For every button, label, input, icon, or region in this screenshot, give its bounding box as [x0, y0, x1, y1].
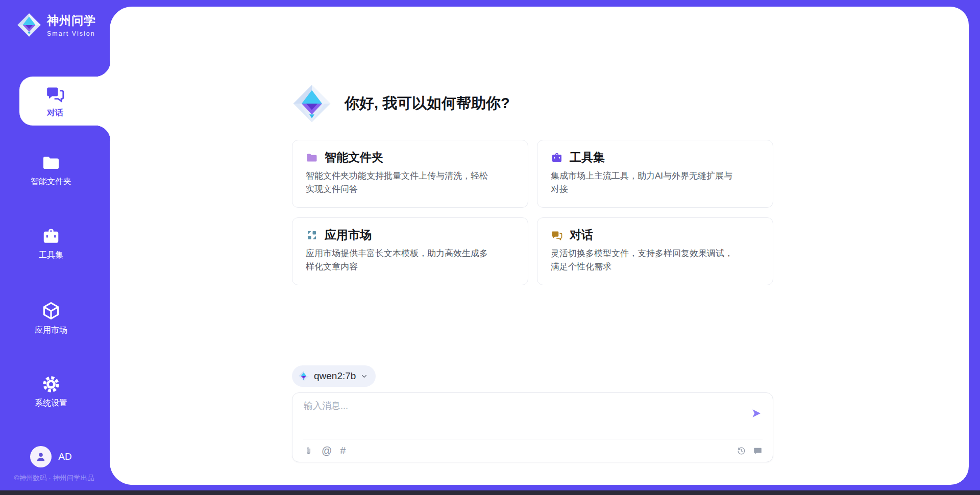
composer-toolbar: @ # — [304, 442, 763, 459]
person-icon — [34, 450, 47, 463]
send-icon[interactable] — [750, 407, 763, 419]
feature-cards: 智能文件夹 智能文件夹功能支持批量文件上传与清洗，轻松实现文件问答 工具集 集成… — [292, 140, 774, 285]
folder-icon — [306, 152, 318, 164]
bottom-bar — [0, 490, 980, 495]
brand: 神州问学 Smart Vision — [16, 12, 96, 38]
card-description: 应用市场提供丰富长文本模板，助力高效生成多样化文章内容 — [306, 247, 494, 273]
card-app-market[interactable]: 应用市场 应用市场提供丰富长文本模板，助力高效生成多样化文章内容 — [292, 217, 528, 285]
card-description: 集成市场上主流工具，助力AI与外界无缝扩展与对接 — [551, 169, 739, 195]
copyright: ©神州数码 · 神州问学出品 — [0, 474, 108, 483]
sidebar-item-settings[interactable]: 系统设置 — [0, 375, 102, 409]
attachment-icon[interactable] — [304, 446, 313, 456]
model-selector[interactable]: qwen2:7b — [292, 365, 376, 387]
sidebar-item-label: 智能文件夹 — [31, 177, 71, 187]
brand-title: 神州问学 — [47, 13, 96, 29]
sidebar-item-smart-folders[interactable]: 智能文件夹 — [0, 153, 102, 187]
model-gem-icon — [298, 370, 309, 382]
sidebar-item-chat[interactable]: 对话 — [19, 77, 110, 126]
sidebar-item-label: 对话 — [47, 108, 63, 118]
sidebar-item-app-market[interactable]: 应用市场 — [0, 301, 102, 336]
user-name: AD — [58, 451, 71, 462]
sidebar-item-label: 系统设置 — [35, 398, 67, 409]
toolbox-icon — [41, 227, 61, 246]
card-title: 对话 — [570, 227, 593, 243]
chat-icon — [45, 84, 65, 104]
model-name: qwen2:7b — [314, 370, 356, 382]
grid-icon — [306, 229, 318, 241]
toolbox-icon — [551, 152, 563, 164]
greeting: 你好, 我可以如何帮助你? — [291, 83, 510, 124]
card-description: 智能文件夹功能支持批量文件上传与清洗，轻松实现文件问答 — [306, 169, 494, 195]
avatar — [30, 446, 52, 467]
card-title: 应用市场 — [325, 227, 372, 243]
card-title: 工具集 — [570, 150, 605, 165]
main-panel: 你好, 我可以如何帮助你? 智能文件夹 智能文件夹功能支持批量文件上传与清洗，轻… — [110, 7, 969, 485]
message-input[interactable] — [304, 400, 722, 429]
brand-subtitle: Smart Vision — [47, 30, 96, 37]
card-description: 灵活切换多模型文件，支持多样回复效果调试，满足个性化需求 — [551, 247, 739, 273]
card-chat[interactable]: 对话 灵活切换多模型文件，支持多样回复效果调试，满足个性化需求 — [537, 217, 773, 285]
card-title: 智能文件夹 — [325, 150, 383, 165]
at-mention-icon[interactable]: @ — [322, 445, 332, 456]
folder-icon — [41, 153, 61, 172]
cube-icon — [41, 301, 61, 321]
card-toolset[interactable]: 工具集 集成市场上主流工具，助力AI与外界无缝扩展与对接 — [537, 140, 773, 208]
gear-icon — [41, 375, 61, 394]
message-composer: @ # — [292, 392, 773, 462]
composer-divider — [303, 439, 763, 439]
card-smart-folders[interactable]: 智能文件夹 智能文件夹功能支持批量文件上传与清洗，轻松实现文件问答 — [292, 140, 528, 208]
sidebar: 神州问学 Smart Vision 对话 智能文件夹 工具集 应用市场 系统设置… — [0, 0, 110, 495]
sidebar-item-label: 应用市场 — [35, 325, 67, 336]
sidebar-item-toolset[interactable]: 工具集 — [0, 227, 102, 261]
chat-bubble-icon[interactable] — [753, 446, 763, 456]
greeting-gem-icon — [291, 83, 332, 124]
sidebar-item-label: 工具集 — [39, 250, 63, 261]
chevron-down-icon — [360, 373, 368, 380]
hash-icon[interactable]: # — [340, 445, 346, 456]
greeting-text: 你好, 我可以如何帮助你? — [345, 93, 510, 114]
brand-gem-icon — [16, 12, 42, 38]
history-icon[interactable] — [737, 446, 746, 456]
user-profile[interactable]: AD — [0, 446, 102, 467]
chat-icon — [551, 229, 563, 241]
